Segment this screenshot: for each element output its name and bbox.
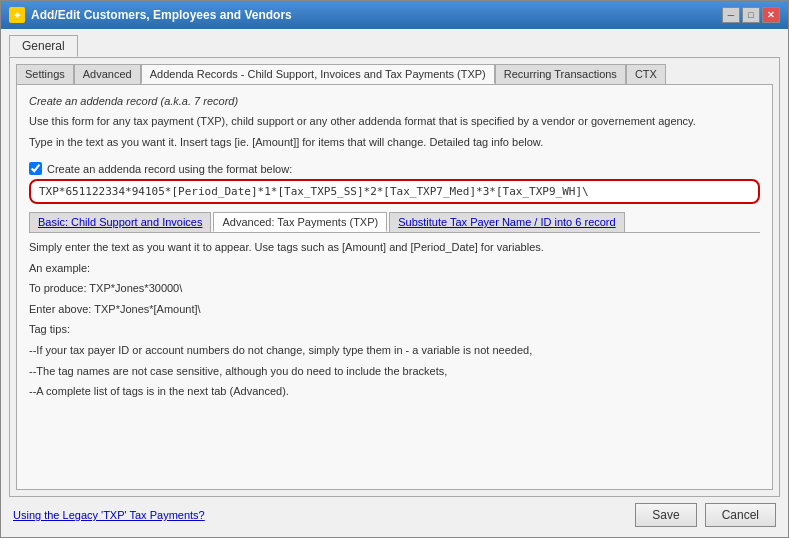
save-button[interactable]: Save bbox=[635, 503, 696, 527]
sub-tab-basic[interactable]: Basic: Child Support and Invoices bbox=[29, 212, 211, 232]
window-title: Add/Edit Customers, Employees and Vendor… bbox=[31, 8, 292, 22]
addenda-checkbox[interactable] bbox=[29, 162, 42, 175]
inner-tab-bar: Settings Advanced Addenda Records - Chil… bbox=[16, 64, 773, 84]
sub-tip3: --A complete list of tags is in the next… bbox=[29, 383, 760, 401]
tab-recurring-transactions[interactable]: Recurring Transactions bbox=[495, 64, 626, 84]
description-line1: Use this form for any tax payment (TXP),… bbox=[29, 113, 760, 130]
checkbox-label: Create an addenda record using the forma… bbox=[47, 163, 292, 175]
checkbox-row: Create an addenda record using the forma… bbox=[29, 162, 760, 175]
sub-tip2: --The tag names are not case sensitive, … bbox=[29, 363, 760, 381]
outer-panel: Settings Advanced Addenda Records - Chil… bbox=[9, 57, 780, 497]
main-window: ✦ Add/Edit Customers, Employees and Vend… bbox=[0, 0, 789, 538]
format-input[interactable] bbox=[35, 183, 754, 200]
tab-addenda-records[interactable]: Addenda Records - Child Support, Invoice… bbox=[141, 64, 495, 84]
sub-tip1: --If your tax payer ID or account number… bbox=[29, 342, 760, 360]
section-group-label: Create an addenda record (a.k.a. 7 recor… bbox=[29, 95, 760, 107]
outer-tab-bar: General bbox=[9, 35, 780, 57]
format-input-wrapper bbox=[29, 179, 760, 204]
legacy-link[interactable]: Using the Legacy 'TXP' Tax Payments? bbox=[13, 509, 205, 521]
tab-ctx[interactable]: CTX bbox=[626, 64, 666, 84]
sub-example-line2: Enter above: TXP*Jones*[Amount]\ bbox=[29, 301, 760, 319]
sub-example-line1: To produce: TXP*Jones*30000\ bbox=[29, 280, 760, 298]
addenda-panel: Create an addenda record (a.k.a. 7 recor… bbox=[16, 84, 773, 490]
sub-example-label: An example: bbox=[29, 260, 760, 278]
close-button[interactable]: ✕ bbox=[762, 7, 780, 23]
maximize-button[interactable]: □ bbox=[742, 7, 760, 23]
sub-tab-bar: Basic: Child Support and Invoices Advanc… bbox=[29, 212, 760, 233]
tab-advanced[interactable]: Advanced bbox=[74, 64, 141, 84]
minimize-button[interactable]: ─ bbox=[722, 7, 740, 23]
description-line2: Type in the text as you want it. Insert … bbox=[29, 134, 760, 151]
window-body: General Settings Advanced Addenda Record… bbox=[1, 29, 788, 537]
bottom-bar: Using the Legacy 'TXP' Tax Payments? Sav… bbox=[9, 497, 780, 529]
tab-general[interactable]: General bbox=[9, 35, 78, 57]
sub-intro: Simply enter the text as you want it to … bbox=[29, 239, 760, 257]
title-bar: ✦ Add/Edit Customers, Employees and Vend… bbox=[1, 1, 788, 29]
sub-tab-substitute[interactable]: Substitute Tax Payer Name / ID into 6 re… bbox=[389, 212, 624, 232]
bottom-buttons: Save Cancel bbox=[635, 503, 776, 527]
app-icon: ✦ bbox=[9, 7, 25, 23]
tab-settings[interactable]: Settings bbox=[16, 64, 74, 84]
sub-tab-advanced-txp[interactable]: Advanced: Tax Payments (TXP) bbox=[213, 212, 387, 232]
window-controls: ─ □ ✕ bbox=[722, 7, 780, 23]
sub-content-area: Simply enter the text as you want it to … bbox=[29, 239, 760, 479]
sub-tag-tips-label: Tag tips: bbox=[29, 321, 760, 339]
cancel-button[interactable]: Cancel bbox=[705, 503, 776, 527]
